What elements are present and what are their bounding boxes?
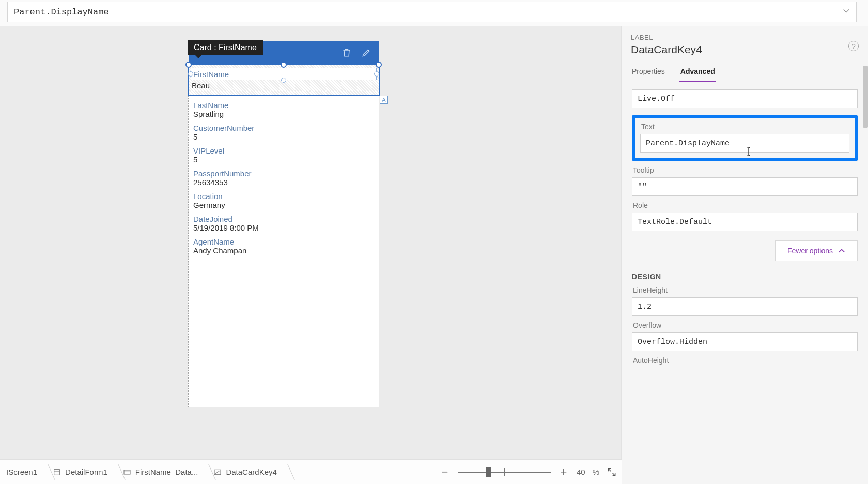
crumb-detailform[interactable]: DetailForm1 — [47, 460, 117, 484]
canvas-area[interactable]: Card : FirstName FirstName Beau A LastNa… — [0, 26, 622, 459]
svg-rect-2 — [124, 470, 130, 474]
card-tooltip: Card : FirstName — [188, 40, 263, 55]
help-icon[interactable]: ? — [848, 41, 859, 51]
field-location[interactable]: Location Germany — [192, 190, 376, 213]
field-datejoined[interactable]: DateJoined 5/19/2019 8:00 PM — [192, 213, 376, 235]
field-list: LastName Spratling CustomerNumber 5 VIPL… — [192, 99, 376, 258]
field-customernumber[interactable]: CustomerNumber 5 — [192, 122, 376, 144]
field-value: 5 — [193, 155, 374, 164]
detail-form[interactable]: Card : FirstName FirstName Beau A LastNa… — [188, 64, 379, 407]
zoom-out-button[interactable]: − — [439, 466, 451, 478]
field-value: Beau — [192, 81, 210, 90]
tab-properties[interactable]: Properties — [631, 64, 666, 82]
panel-body: Live.Off Text Parent.DisplayName Tooltip… — [622, 88, 868, 484]
field-label: FirstName — [193, 70, 229, 79]
zoom-slider[interactable] — [458, 471, 551, 474]
prop-overflow-value[interactable]: Overflow.Hidden — [632, 332, 858, 351]
edit-icon[interactable] — [361, 48, 371, 58]
resize-handle[interactable] — [281, 78, 286, 83]
resize-handle[interactable] — [281, 62, 287, 68]
panel-tabs: Properties Advanced — [622, 58, 868, 82]
prop-live-value[interactable]: Live.Off — [632, 89, 858, 108]
field-label: LastName — [193, 101, 374, 110]
resize-handle[interactable] — [185, 62, 192, 68]
element-type: LABEL — [631, 34, 859, 41]
field-label: DateJoined — [193, 215, 374, 223]
prop-text-label: Text — [641, 123, 848, 131]
formula-expand-icon[interactable] — [843, 7, 850, 17]
accessibility-badge[interactable]: A — [380, 96, 388, 104]
prop-lineheight-label: LineHeight — [633, 286, 857, 294]
resize-handle[interactable] — [188, 71, 193, 77]
field-value: Germany — [193, 201, 374, 209]
panel-scrollbar[interactable] — [863, 66, 868, 128]
field-value: 25634353 — [193, 178, 374, 187]
formula-bar[interactable]: Parent.DisplayName — [7, 2, 857, 22]
prop-text-value[interactable]: Parent.DisplayName — [640, 134, 849, 153]
crumb-firstname-datacard[interactable]: FirstName_Data... — [117, 460, 208, 484]
svg-rect-0 — [54, 469, 60, 475]
fullscreen-icon[interactable] — [607, 467, 617, 477]
field-value: Spratling — [193, 110, 374, 118]
fewer-options-button[interactable]: Fewer options — [775, 240, 858, 261]
zoom-controls: − + 40 % — [439, 466, 617, 478]
resize-handle[interactable] — [376, 62, 382, 68]
data-card-key[interactable]: FirstName — [191, 68, 377, 80]
field-passportnumber[interactable]: PassportNumber 25634353 — [192, 167, 376, 190]
prop-autoheight-label: AutoHeight — [633, 356, 857, 365]
zoom-slider-thumb[interactable] — [486, 467, 491, 477]
prop-lineheight-value[interactable]: 1.2 — [632, 297, 858, 316]
form-icon — [53, 468, 61, 476]
prop-tooltip-value[interactable]: "" — [632, 177, 858, 196]
zoom-percent-sign: % — [593, 467, 599, 476]
field-lastname[interactable]: LastName Spratling — [192, 99, 376, 122]
prop-role-value[interactable]: TextRole.Default — [632, 213, 858, 231]
chevron-up-icon — [838, 247, 845, 254]
field-viplevel[interactable]: VIPLevel 5 — [192, 144, 376, 167]
field-label: AgentName — [193, 237, 374, 246]
field-value: 5 — [193, 132, 374, 141]
resize-handle[interactable] — [374, 71, 379, 77]
zoom-percent: 40 — [577, 467, 585, 476]
selected-card-firstname[interactable]: FirstName Beau A — [188, 64, 380, 96]
status-bar: IScreen1 DetailForm1 FirstName_Data... D… — [0, 459, 622, 484]
field-value: 5/19/2019 8:00 PM — [193, 223, 374, 232]
crumb-screen[interactable]: IScreen1 — [0, 460, 47, 484]
card-icon — [123, 468, 131, 476]
prop-role-label: Role — [633, 201, 857, 209]
prop-overflow-label: Overflow — [633, 321, 857, 329]
zoom-in-button[interactable]: + — [558, 466, 569, 478]
crumb-datacardkey4[interactable]: DataCardKey4 — [207, 460, 286, 484]
field-agentname[interactable]: AgentName Andy Champan — [192, 235, 376, 258]
formula-text: Parent.DisplayName — [14, 7, 109, 17]
prop-tooltip-label: Tooltip — [633, 166, 857, 174]
element-name: DataCardKey4 — [631, 43, 859, 56]
trash-icon[interactable] — [342, 48, 352, 58]
properties-panel: ? LABEL DataCardKey4 Properties Advanced… — [621, 26, 868, 484]
field-label: VIPLevel — [193, 146, 374, 155]
tab-advanced[interactable]: Advanced — [679, 64, 716, 82]
section-design: DESIGN — [632, 273, 858, 281]
field-label: PassportNumber — [193, 169, 374, 178]
field-label: CustomerNumber — [193, 124, 374, 132]
prop-text-highlighted: Text Parent.DisplayName — [632, 115, 858, 161]
field-label: Location — [193, 192, 374, 201]
label-icon — [213, 468, 222, 476]
field-value: Andy Champan — [193, 246, 374, 255]
